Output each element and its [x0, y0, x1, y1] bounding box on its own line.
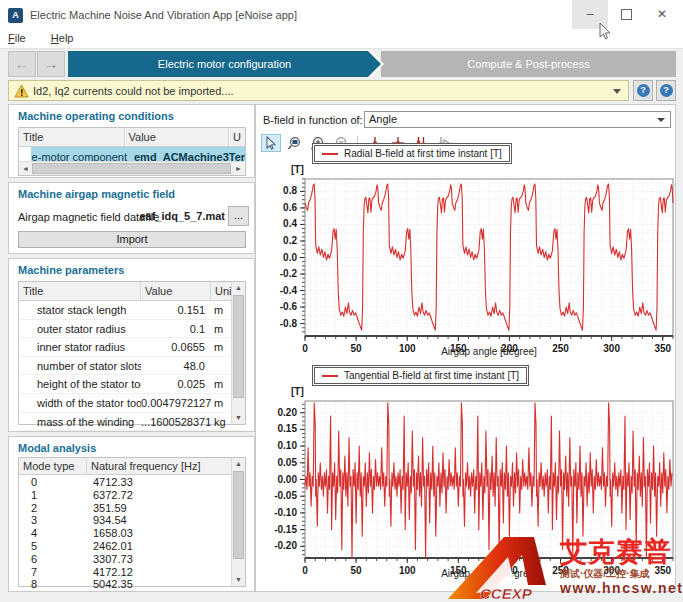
app-window: A Electric Machine Noise And Vibration A…	[0, 0, 683, 602]
svg-text:0.20: 0.20	[278, 407, 298, 418]
chart-canvas[interactable]: 0501001502002503003500.200.150.100.050.0…	[258, 398, 675, 588]
table-row[interactable]: mass of the winding...1600528371386kg	[19, 413, 245, 432]
section-heading: Modal analysis	[18, 442, 96, 454]
table-row[interactable]: width of the stator tooth0.0047972127m	[19, 394, 245, 413]
machine-parameters-card: Machine parameters Title Value Unit stat…	[8, 258, 255, 432]
maximize-button[interactable]	[608, 0, 644, 29]
column-header[interactable]: Natural frequency [Hz]	[87, 458, 245, 474]
horizontal-scrollbar[interactable]: ◄ ►	[19, 161, 245, 175]
warning-dropdown-caret[interactable]	[613, 89, 621, 94]
table-cell: stator stack length	[19, 301, 141, 319]
menu-file[interactable]: File	[8, 30, 26, 44]
section-heading: Machine operating conditions	[18, 110, 174, 122]
table-header-row: Mode type Natural frequency [Hz]	[19, 458, 245, 475]
table-row[interactable]: 41658.03	[19, 526, 245, 539]
table-cell: ...1600528371386	[141, 413, 211, 431]
legend-label: Tangential B-field at first time instant…	[344, 370, 519, 381]
wizard-nav: ← → Compute & Post-process Electric moto…	[0, 50, 683, 78]
table-row[interactable]: height of the stator tooth0.025m	[19, 375, 245, 394]
tab-electric-motor-configuration[interactable]: Electric motor configuration	[68, 51, 381, 77]
svg-text:0.2: 0.2	[283, 235, 297, 246]
forward-button[interactable]: →	[37, 51, 65, 77]
table-row[interactable]: stator stack length0.151m	[19, 301, 245, 320]
vertical-scrollbar[interactable]: ▲ ▼	[231, 458, 245, 586]
svg-text:-0.8: -0.8	[280, 318, 298, 329]
table-row[interactable]: 3934.54	[19, 513, 245, 526]
scroll-down-icon[interactable]: ▼	[232, 574, 245, 586]
scrollbar-thumb[interactable]	[233, 295, 244, 398]
chart-canvas[interactable]: 0501001502002503003500.80.60.40.20.0-0.2…	[258, 176, 675, 366]
table-row[interactable]: 74172.12	[19, 565, 245, 578]
table-cell: 6372.72	[87, 488, 245, 501]
back-button[interactable]: ←	[8, 51, 36, 77]
close-button[interactable]: ✕	[644, 0, 680, 29]
table-cell: 0.0655	[141, 338, 211, 356]
scroll-down-icon[interactable]: ▼	[232, 412, 245, 424]
help-button[interactable]: ?	[633, 80, 653, 101]
tab-compute-post-process[interactable]: Compute & Post-process	[381, 51, 676, 77]
table-header-row: Title Value U	[19, 128, 245, 147]
window-title: Electric Machine Noise And Vibration App…	[30, 9, 297, 21]
table-row[interactable]: 04712.33	[19, 475, 245, 488]
app-icon: A	[8, 8, 23, 23]
chevron-down-icon	[657, 118, 665, 122]
table-row[interactable]: 63307.73	[19, 552, 245, 565]
context-help-button[interactable]: ?	[656, 80, 676, 101]
section-heading: Machine airgap magnetic field	[18, 188, 175, 200]
vertical-scrollbar[interactable]: ▲ ▼	[231, 282, 245, 424]
table-row[interactable]: number of stator slots48.0	[19, 357, 245, 376]
table-row[interactable]: outer stator radius0.1m	[19, 320, 245, 339]
scroll-right-icon[interactable]: ►	[232, 162, 245, 175]
table-cell: mass of the winding	[19, 413, 141, 431]
scrollbar-thumb[interactable]	[233, 471, 244, 559]
column-header[interactable]: Mode type	[19, 458, 87, 474]
browse-button[interactable]: ...	[228, 206, 249, 226]
column-header[interactable]: Title	[19, 282, 141, 300]
y-axis-unit-label: [T]	[291, 164, 304, 175]
bfield-function-select[interactable]: Angle	[364, 111, 671, 128]
svg-text:-0.2: -0.2	[280, 268, 298, 279]
radial-bfield-chart: Radial B-field at first time instant [T]…	[258, 145, 675, 365]
table-cell: 4712.33	[87, 475, 245, 488]
maximize-icon	[621, 9, 632, 20]
table-cell: 48.0	[141, 357, 211, 375]
table-cell: width of the stator tooth	[19, 394, 141, 412]
table-row[interactable]: 85042.35	[19, 577, 245, 590]
column-header[interactable]: Value	[141, 282, 211, 300]
table-row[interactable]: inner stator radius0.0655m	[19, 338, 245, 357]
scroll-up-icon[interactable]: ▲	[232, 282, 245, 294]
machine-airgap-field-card: Machine airgap magnetic field Airgap mag…	[8, 182, 255, 254]
legend-line-sample	[322, 375, 338, 377]
scroll-left-icon[interactable]: ◄	[19, 162, 32, 175]
title-bar: A Electric Machine Noise And Vibration A…	[0, 0, 683, 30]
svg-text:-0.10: -0.10	[274, 507, 297, 518]
column-header[interactable]: U	[229, 128, 245, 146]
y-axis-unit-label: [T]	[291, 386, 304, 397]
table-cell: 3	[19, 513, 87, 526]
column-header[interactable]: Value	[125, 128, 230, 146]
mouse-cursor-icon	[598, 22, 613, 42]
import-button[interactable]: Import	[18, 231, 246, 248]
context-help-icon: ?	[660, 84, 673, 97]
table-cell: 351.59	[87, 501, 245, 514]
bfield-panel: B-field in function of: Angle	[255, 104, 676, 592]
scroll-up-icon[interactable]: ▲	[232, 458, 245, 470]
table-row[interactable]: 16372.72	[19, 488, 245, 501]
table-cell: 7	[19, 565, 87, 578]
table-cell: 934.54	[87, 513, 245, 526]
help-icon: ?	[637, 84, 650, 97]
table-row[interactable]: 2351.59	[19, 501, 245, 514]
column-header[interactable]: Title	[19, 128, 125, 146]
table-row[interactable]: 52462.01	[19, 539, 245, 552]
svg-text:0.10: 0.10	[278, 440, 298, 451]
menu-help[interactable]: Help	[51, 30, 74, 44]
svg-text:0.00: 0.00	[278, 474, 298, 485]
parameters-table: Title Value Unit stator stack length0.15…	[18, 281, 246, 425]
scrollbar-thumb[interactable]	[32, 163, 231, 174]
table-cell: 0.025	[141, 375, 211, 393]
table-cell: inner stator radius	[19, 338, 141, 356]
warning-banner[interactable]: Id2, Iq2 currents could not be imported.…	[8, 80, 629, 101]
table-cell: 0.0047972127	[141, 394, 211, 412]
table-cell: number of stator slots	[19, 357, 141, 375]
table-cell: 5042.35	[87, 577, 245, 590]
